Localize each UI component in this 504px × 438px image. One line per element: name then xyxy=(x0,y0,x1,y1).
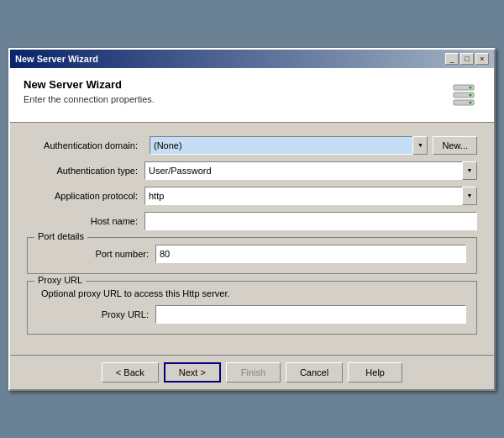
finish-button[interactable]: Finish xyxy=(226,362,281,383)
auth-domain-row: Authentication domain: (None) New... xyxy=(27,136,477,155)
host-name-input[interactable] xyxy=(144,212,477,230)
minimize-button[interactable]: _ xyxy=(445,53,459,65)
next-button[interactable]: Next > xyxy=(164,362,221,383)
back-button[interactable]: < Back xyxy=(102,362,159,383)
host-name-label: Host name: xyxy=(27,216,144,226)
auth-type-label: Authentication type: xyxy=(27,166,144,176)
wizard-subtitle: Enter the connection properties. xyxy=(24,94,155,104)
cancel-button[interactable]: Cancel xyxy=(286,362,343,383)
dialog-window: New Server Wizard _ □ × New Server Wizar… xyxy=(8,48,496,391)
header-section: New Server Wizard Enter the connection p… xyxy=(10,68,494,123)
app-protocol-select[interactable]: http xyxy=(144,187,477,205)
auth-domain-select[interactable]: (None) xyxy=(150,136,428,155)
new-button[interactable]: New... xyxy=(433,136,477,155)
app-protocol-row: Application protocol: http xyxy=(27,187,477,205)
app-protocol-label: Application protocol: xyxy=(27,191,144,201)
close-button[interactable]: × xyxy=(475,53,489,65)
svg-point-3 xyxy=(470,86,472,88)
port-number-row: Port number: xyxy=(38,245,466,263)
title-bar-buttons: _ □ × xyxy=(445,53,489,65)
proxy-url-group: Proxy URL Optional proxy URL to access t… xyxy=(27,281,477,335)
help-button[interactable]: Help xyxy=(348,362,402,383)
auth-type-wrapper: User/Password xyxy=(144,161,477,180)
dialog-title: New Server Wizard xyxy=(15,54,98,64)
proxy-url-description: Optional proxy URL to access this Http s… xyxy=(38,288,466,298)
auth-type-select[interactable]: User/Password xyxy=(144,161,477,180)
host-name-row: Host name: xyxy=(27,212,477,230)
footer: < Back Next > Finish Cancel Help xyxy=(10,355,494,389)
main-section: Authentication domain: (None) New... Aut… xyxy=(10,123,494,355)
proxy-url-label: Proxy URL: xyxy=(38,309,155,319)
auth-type-row: Authentication type: User/Password xyxy=(27,161,477,180)
app-protocol-wrapper: http xyxy=(144,187,477,205)
proxy-url-row: Proxy URL: xyxy=(38,305,466,324)
header-text: New Server Wizard Enter the connection p… xyxy=(24,78,155,104)
port-number-input[interactable] xyxy=(155,245,466,263)
wizard-title: New Server Wizard xyxy=(24,78,155,91)
maximize-button[interactable]: □ xyxy=(460,53,474,65)
auth-domain-label: Authentication domain: xyxy=(27,140,144,150)
proxy-url-title: Proxy URL xyxy=(34,275,86,285)
svg-point-4 xyxy=(470,93,472,96)
port-details-group: Port details Port number: xyxy=(27,237,477,274)
port-details-title: Port details xyxy=(34,231,87,241)
auth-domain-wrapper: (None) xyxy=(150,136,428,155)
port-number-label: Port number: xyxy=(38,249,155,259)
svg-point-5 xyxy=(470,101,472,103)
server-icon xyxy=(450,82,477,108)
header-icon xyxy=(447,78,480,112)
proxy-url-input[interactable] xyxy=(155,305,466,324)
dialog-content: New Server Wizard Enter the connection p… xyxy=(10,68,494,389)
title-bar: New Server Wizard _ □ × xyxy=(10,50,494,68)
